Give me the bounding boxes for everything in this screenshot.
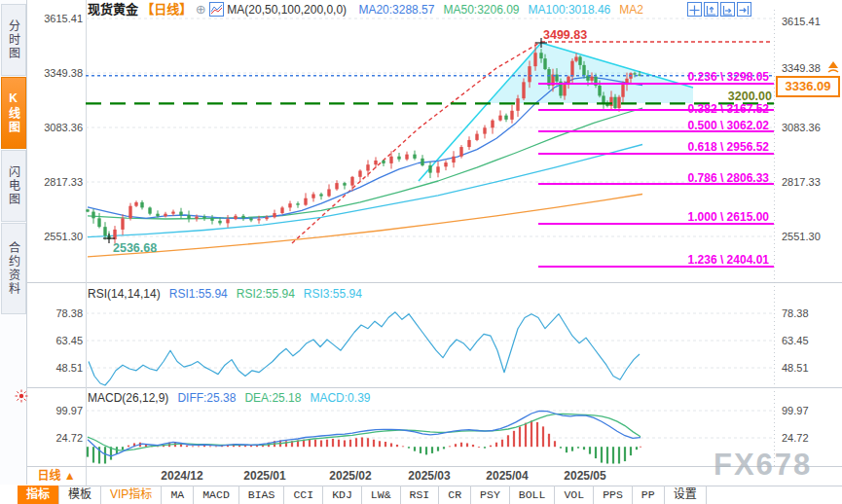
macd-hist-bar [495,443,497,447]
candle-body [195,217,198,219]
macd-hist-bar [344,441,346,448]
macd-hist-bar [361,438,363,448]
pane-settings-icon[interactable] [15,389,28,403]
candle-body [319,194,322,196]
candle-body [327,189,330,196]
time-axis-label: 2025/02 [329,467,371,485]
macd-hist-bar [640,447,641,448]
latest-price-marker[interactable] [826,60,840,78]
macd-axis-label-right: 99.97 [782,405,809,417]
fib-label-0.382: 0.382 \ 3167.52 [621,103,769,116]
macd-hist-bar [630,447,632,455]
y-axis-label-right: 3349.38 [782,62,821,75]
add-indicator-icon[interactable]: ⊕ [196,2,206,17]
macd-hist-bar [595,447,597,458]
candle-body [498,116,501,121]
toolbar-item-boll[interactable]: BOLL [510,486,556,504]
toolbar-item-cr[interactable]: CR [439,486,471,504]
rsi-axis-label-right: 48.51 [782,362,809,375]
sidebar-tab-lightning[interactable]: 闪电图 [1,150,26,222]
level-3200-label: 3200.00 [681,90,772,103]
scale-y-icon[interactable] [704,2,718,17]
goto-latest-icon[interactable] [737,2,751,17]
y-axis-label-right: 3083.36 [782,122,821,134]
toolbar-item-pp[interactable]: PP [633,486,665,504]
macd-hist-bar [186,446,188,447]
toolbar-item-lw[interactable]: LW& [362,486,401,504]
candle-body [516,98,519,111]
macd-hist-bar [612,447,614,463]
chart-type-icon[interactable] [209,2,224,17]
candle-body [164,214,166,217]
candle-body [522,82,525,98]
toolbar-item-rsi[interactable]: RSI [401,486,440,504]
fib-label-0.786: 0.786 \ 2806.33 [621,172,769,185]
toolbar-item-ma[interactable]: MA [162,486,194,504]
candle-body [134,202,137,206]
toolbar-item-cci[interactable]: CCI [284,486,323,504]
macd-hist-bar [460,443,462,447]
macd-hist-bar [566,447,567,452]
toolbar-item-macd[interactable]: MACD [194,486,239,504]
macd-title: MACD(26,12,9) [88,391,168,405]
candle-body [156,214,159,217]
macd-hist-bar [449,446,451,447]
toolbar-item-pps[interactable]: PPS [594,486,633,504]
toolbar-item-settings[interactable]: 设置 [665,486,707,504]
sidebar-tab-contract-info[interactable]: 合约资料 [1,223,26,314]
watermark: FX678 [714,448,812,483]
candle-body [296,203,299,204]
macd-hist-bar [455,444,457,447]
macd-hist-bar [606,447,608,463]
macd-hist-bar [209,446,211,447]
ascending-trendline [292,42,541,243]
crosshair-icon[interactable] [687,2,702,17]
rsi-axis-label-left: 63.45 [29,335,83,347]
candle-body [389,157,392,163]
toolbar-item-vip-indicator[interactable]: VIP指标 [101,486,162,504]
toolbar-item-template[interactable]: 模板 [59,486,101,504]
macd-hist-bar [554,441,556,447]
macd-axis-label-left: 99.97 [29,405,83,417]
sidebar-tab-kline[interactable]: K线图 [1,77,26,149]
macd-hist-bar [326,440,328,447]
candle-body [128,206,131,219]
toolbar-item-bias[interactable]: BIAS [239,486,285,504]
candle-body [280,207,283,213]
ma-value-2: MA100:3018.46 [529,3,611,17]
macd-header: MACD(26,12,9)DIFF:25.38DEA:25.18MACD:0.3… [88,392,387,405]
candle-body [382,161,384,163]
candle-body [590,77,593,81]
sidebar-tab-timeshare[interactable]: 分时图 [1,4,26,76]
triangle-left-edge [419,43,541,181]
candle-body [202,217,205,219]
time-axis-label: 2024/12 [161,467,202,485]
macd-hist-bar [314,440,316,447]
ma-value-1: MA50:3206.09 [443,3,519,17]
toolbar-item-vol[interactable]: VOL [555,486,594,504]
toolbar-item-psy[interactable]: PSY [471,486,510,504]
candle-body [491,121,494,128]
candle-body [97,218,100,227]
scale-x-icon[interactable] [720,2,735,17]
candle-body [273,213,275,217]
toolbar-item-kdj[interactable]: KDJ [323,486,362,504]
y-axis-label-left: 3615.41 [29,13,83,25]
ma50-line [88,108,642,219]
candle-body [249,218,252,220]
ma-values: MA20:3288.57MA50:3206.09MA100:3018.46MA2 [349,3,643,17]
candle-body [140,202,143,207]
period-label[interactable]: 【日线】 [141,2,192,17]
toolbar-item-indicator[interactable]: 指标 [18,486,59,504]
candle-body [148,207,151,213]
macd-hist-bar [203,446,205,447]
peak-price-label: 3499.83 [543,29,587,42]
candle-body [428,165,431,173]
macd-hist-bar [601,447,603,462]
rsi-value-2: RSI3:55.94 [304,287,362,301]
period-selector[interactable]: 日线 ▲ [27,467,87,486]
macd-hist-bar [624,447,626,461]
candle-body [563,85,566,95]
macd-hist-bar [390,443,392,447]
macd-hist-bar [571,447,573,450]
